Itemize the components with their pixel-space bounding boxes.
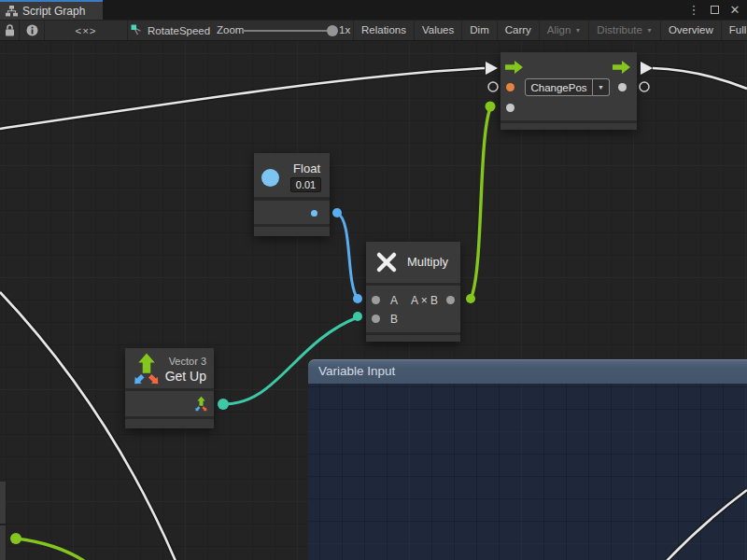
connection-dot-teal[interactable] bbox=[353, 312, 362, 321]
offscreen-node-fragment bbox=[0, 525, 6, 560]
multiply-input-a-port[interactable] bbox=[372, 296, 380, 304]
window-close-icon[interactable]: ✕ bbox=[725, 3, 745, 17]
vector3-get-up-node[interactable]: Vector 3 Get Up bbox=[125, 348, 214, 428]
window-menu-icon[interactable]: ⋮ bbox=[684, 3, 704, 17]
group-title: Variable Input bbox=[318, 364, 395, 378]
lock-button[interactable] bbox=[0, 21, 20, 40]
graph-reference-breadcrumb[interactable]: RotateSpeed bbox=[131, 21, 210, 40]
script-graph-asset-icon bbox=[131, 24, 143, 36]
variable-input-group-header[interactable]: Variable Input bbox=[308, 359, 747, 384]
connection-dot-blue[interactable] bbox=[353, 294, 362, 303]
port-result-label: A × B bbox=[411, 294, 438, 307]
wire-green-bottom-left bbox=[16, 539, 84, 560]
connection-dot-teal[interactable] bbox=[218, 399, 229, 410]
changepos-variable-select[interactable]: ChangePos bbox=[525, 78, 593, 96]
embed-glyph: <×> bbox=[75, 25, 96, 36]
caret-down-icon: ▼ bbox=[574, 27, 581, 34]
vector3-icon bbox=[131, 352, 162, 387]
vector3-node-title: Get Up bbox=[165, 369, 206, 384]
variable-name-port[interactable] bbox=[506, 83, 514, 91]
graph-canvas[interactable]: Variable Input Float 0.01 Multiply A A ×… bbox=[0, 41, 747, 560]
connection-dot-green[interactable] bbox=[10, 533, 21, 544]
connection-dot-green[interactable] bbox=[486, 102, 496, 112]
changepos-select-caret[interactable]: ▼ bbox=[593, 78, 610, 96]
multiply-port-rows: A A × B B bbox=[366, 283, 460, 332]
wire-multiply-to-graph bbox=[471, 108, 490, 299]
node-footer bbox=[125, 416, 214, 428]
connection-dot-blue[interactable] bbox=[332, 208, 342, 217]
zoom-slider-thumb[interactable] bbox=[327, 25, 338, 36]
relations-button[interactable]: Relations bbox=[354, 21, 415, 40]
float-value-field[interactable]: 0.01 bbox=[290, 177, 321, 192]
float-output-port[interactable] bbox=[311, 210, 317, 217]
node-footer bbox=[366, 332, 460, 342]
wire-white-into-graph bbox=[0, 68, 485, 129]
distribute-button[interactable]: Distribute▼ bbox=[589, 21, 661, 40]
wire-white-out-of-graph bbox=[653, 68, 747, 89]
toolbar-buttons: Relations Values Dim Carry Align▼ Distri… bbox=[353, 21, 747, 40]
vector3-type-label: Vector 3 bbox=[169, 356, 206, 367]
graph-reference-label: RotateSpeed bbox=[148, 25, 210, 36]
float-node[interactable]: Float 0.01 bbox=[254, 153, 330, 236]
value-output-port[interactable] bbox=[618, 83, 627, 91]
unconnected-port-ring[interactable] bbox=[640, 82, 649, 91]
zoom-slider-track[interactable] bbox=[243, 30, 328, 32]
zoom-label: Zoom bbox=[217, 21, 244, 40]
unconnected-port-ring[interactable] bbox=[488, 82, 498, 91]
window-controls: ⋮ ✕ bbox=[684, 0, 745, 20]
port-a-label: A bbox=[390, 294, 398, 307]
graph-unit-node[interactable]: Graph ▼ ChangePos ▼ bbox=[500, 52, 637, 130]
wire-float-to-multiply bbox=[337, 213, 358, 299]
variable-input-group-body bbox=[308, 384, 747, 560]
graph-hierarchy-icon bbox=[6, 6, 18, 17]
zoom-value: 1x bbox=[339, 21, 350, 40]
multiply-input-b-port[interactable] bbox=[372, 315, 380, 323]
connection-dot-green[interactable] bbox=[466, 294, 475, 303]
variable-input-group: Variable Input bbox=[308, 359, 747, 560]
float-node-title: Float bbox=[293, 161, 320, 175]
tab-bar: Script Graph ⋮ ✕ bbox=[0, 0, 747, 20]
lock-icon bbox=[5, 24, 15, 36]
float-port-row bbox=[254, 197, 330, 224]
flow-arrowhead bbox=[486, 62, 498, 75]
embed-graph-button[interactable]: <×> bbox=[45, 21, 128, 40]
value-input-port[interactable] bbox=[506, 104, 514, 112]
flow-arrowhead bbox=[641, 62, 653, 75]
vector3-port-row bbox=[125, 388, 214, 416]
multiply-node-title: Multiply bbox=[407, 242, 448, 283]
flow-output-port[interactable] bbox=[613, 61, 630, 74]
carry-button[interactable]: Carry bbox=[498, 21, 540, 40]
multiply-result-port[interactable] bbox=[446, 296, 455, 304]
info-icon bbox=[26, 24, 38, 36]
values-button[interactable]: Values bbox=[415, 21, 462, 40]
info-button[interactable] bbox=[20, 21, 45, 40]
tab-label: Script Graph bbox=[22, 5, 85, 18]
offscreen-node-fragment bbox=[0, 482, 6, 524]
window-maximize-icon[interactable] bbox=[704, 3, 725, 17]
script-graph-window: Script Graph ⋮ ✕ <×> bbox=[0, 0, 747, 560]
overview-button[interactable]: Overview bbox=[661, 21, 722, 40]
float-type-icon bbox=[261, 169, 279, 187]
dim-button[interactable]: Dim bbox=[462, 21, 497, 40]
caret-down-icon: ▼ bbox=[598, 84, 604, 91]
align-button[interactable]: Align▼ bbox=[540, 21, 590, 40]
vector3-output-port[interactable] bbox=[193, 396, 209, 413]
flow-input-port[interactable] bbox=[505, 61, 523, 74]
multiply-icon bbox=[375, 251, 398, 273]
caret-down-icon: ▼ bbox=[646, 27, 653, 34]
toolbar: <×> RotateSpeed Zoom 1x Relations Values… bbox=[0, 20, 747, 41]
multiply-node[interactable]: Multiply A A × B B bbox=[366, 242, 460, 342]
full-screen-button[interactable]: Full Screen bbox=[722, 21, 747, 40]
tab-script-graph[interactable]: Script Graph bbox=[0, 0, 103, 20]
port-b-label: B bbox=[390, 313, 398, 326]
node-footer bbox=[500, 120, 637, 130]
node-footer bbox=[254, 224, 330, 236]
